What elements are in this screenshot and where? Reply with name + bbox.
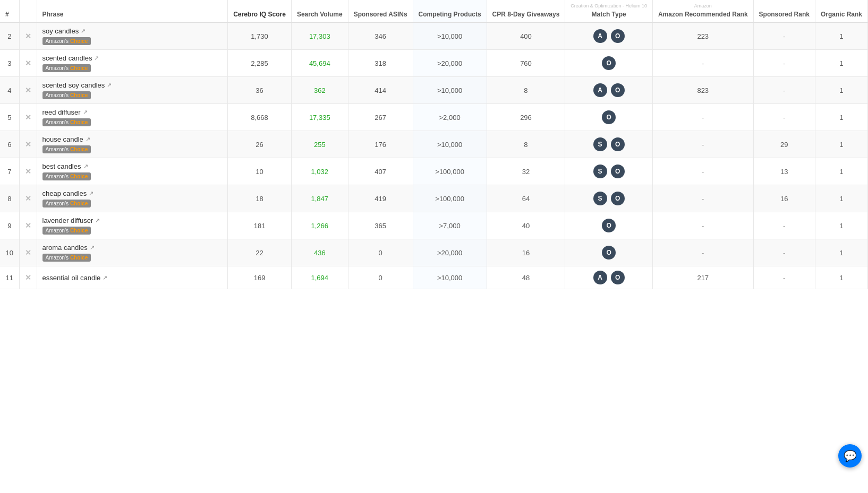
delete-row-button[interactable]: ✕ <box>19 50 37 77</box>
sponsored-asins-cell: 346 <box>348 22 413 50</box>
sponsored-asins-cell: 365 <box>348 212 413 239</box>
delete-row-button[interactable]: ✕ <box>19 239 37 266</box>
close-icon[interactable]: ✕ <box>25 248 31 257</box>
search-volume-value: 45,694 <box>309 59 330 67</box>
delete-row-button[interactable]: ✕ <box>19 22 37 50</box>
sponsored-asins-cell: 419 <box>348 185 413 212</box>
organic-rank-cell: 1 <box>815 185 867 212</box>
sponsored-rank-cell: - <box>753 22 815 50</box>
match-type-cell: O <box>565 50 653 77</box>
external-link-icon[interactable]: ↗ <box>107 82 112 89</box>
match-badges-container: O <box>571 246 647 260</box>
competing-products-cell: >20,000 <box>413 50 487 77</box>
cerebro-score-cell: 18 <box>228 185 292 212</box>
match-type-badge-o: O <box>611 29 625 43</box>
sponsored-asins-cell: 0 <box>348 266 413 289</box>
external-link-icon[interactable]: ↗ <box>83 109 88 116</box>
external-link-icon[interactable]: ↗ <box>103 274 107 281</box>
delete-row-button[interactable]: ✕ <box>19 266 37 289</box>
phrase-text: reed diffuser↗ <box>42 108 223 116</box>
close-icon[interactable]: ✕ <box>25 221 31 230</box>
search-volume-value: 17,303 <box>309 32 330 40</box>
delete-row-button[interactable]: ✕ <box>19 131 37 158</box>
cerebro-score-cell: 169 <box>228 266 292 289</box>
col-header-match-type: Creation & Optimization - Helium 10 Matc… <box>565 0 653 22</box>
external-link-icon[interactable]: ↗ <box>83 163 88 170</box>
phrase-text: house candle↗ <box>42 135 223 143</box>
table-row: 3✕scented candles↗Amazon's Choice2,28545… <box>0 50 868 77</box>
search-volume-value: 436 <box>314 249 326 257</box>
search-volume-value: 1,694 <box>311 274 329 282</box>
amazon-choice-badge: Amazon's Choice <box>42 145 223 153</box>
search-volume-cell: 1,032 <box>291 158 348 185</box>
amazon-choice-badge: Amazon's Choice <box>42 64 223 72</box>
table-row: 11✕essential oil candle↗1691,6940>10,000… <box>0 266 868 289</box>
match-type-cell: SO <box>565 131 653 158</box>
close-icon[interactable]: ✕ <box>25 59 31 67</box>
close-icon[interactable]: ✕ <box>25 194 31 203</box>
match-type-badge-o: O <box>602 246 616 260</box>
phrase-label: cheap candles <box>42 189 87 197</box>
external-link-icon[interactable]: ↗ <box>90 244 95 251</box>
external-link-icon[interactable]: ↗ <box>86 136 90 143</box>
col-header-organic-rank: Organic Rank <box>815 0 867 22</box>
external-link-icon[interactable]: ↗ <box>95 217 100 224</box>
sponsored-asins-cell: 176 <box>348 131 413 158</box>
dash-value: - <box>783 32 785 40</box>
sponsored-rank-cell: - <box>753 50 815 77</box>
delete-row-button[interactable]: ✕ <box>19 77 37 104</box>
sponsored-rank-cell: - <box>753 266 815 289</box>
sponsored-rank-cell: - <box>753 104 815 131</box>
match-type-badge-o: O <box>611 83 625 97</box>
amazon-rank-cell: - <box>652 185 753 212</box>
phrase-cell: reed diffuser↗Amazon's Choice <box>37 104 228 131</box>
close-icon[interactable]: ✕ <box>25 113 31 122</box>
close-icon[interactable]: ✕ <box>25 273 31 282</box>
close-icon[interactable]: ✕ <box>25 86 31 94</box>
match-badges-container: O <box>571 56 647 70</box>
close-icon[interactable]: ✕ <box>25 32 31 40</box>
phrase-cell: scented soy candles↗Amazon's Choice <box>37 77 228 104</box>
search-volume-cell: 1,847 <box>291 185 348 212</box>
dash-value: - <box>702 59 704 67</box>
match-type-cell: SO <box>565 185 653 212</box>
external-link-icon[interactable]: ↗ <box>94 55 99 62</box>
external-link-icon[interactable]: ↗ <box>81 28 86 34</box>
row-number: 11 <box>0 266 19 289</box>
phrase-label: soy candles <box>42 27 79 35</box>
match-badges-container: AO <box>571 271 647 284</box>
search-volume-cell: 17,303 <box>291 22 348 50</box>
phrase-text: lavender diffuser↗ <box>42 217 223 224</box>
cpr-cell: 64 <box>487 185 565 212</box>
phrase-cell: cheap candles↗Amazon's Choice <box>37 185 228 212</box>
sponsored-rank-cell: 13 <box>753 158 815 185</box>
search-volume-cell: 436 <box>291 239 348 266</box>
cpr-cell: 32 <box>487 158 565 185</box>
phrase-cell: best candles↗Amazon's Choice <box>37 158 228 185</box>
dash-value: - <box>783 274 785 282</box>
search-volume-cell: 362 <box>291 77 348 104</box>
competing-products-cell: >100,000 <box>413 185 487 212</box>
competing-products-cell: >20,000 <box>413 239 487 266</box>
delete-row-button[interactable]: ✕ <box>19 185 37 212</box>
competing-products-cell: >10,000 <box>413 266 487 289</box>
row-number: 7 <box>0 158 19 185</box>
delete-row-button[interactable]: ✕ <box>19 212 37 239</box>
delete-row-button[interactable]: ✕ <box>19 158 37 185</box>
dash-value: - <box>702 222 704 230</box>
match-type-badge-a: A <box>593 271 607 284</box>
search-volume-cell: 45,694 <box>291 50 348 77</box>
external-link-icon[interactable]: ↗ <box>89 190 93 197</box>
sponsored-rank-cell: - <box>753 239 815 266</box>
table-row: 4✕scented soy candles↗Amazon's Choice363… <box>0 77 868 104</box>
competing-products-cell: >100,000 <box>413 158 487 185</box>
dash-value: - <box>783 59 785 67</box>
phrase-label: best candles <box>42 162 81 170</box>
delete-row-button[interactable]: ✕ <box>19 104 37 131</box>
organic-rank-cell: 1 <box>815 77 867 104</box>
close-icon[interactable]: ✕ <box>25 140 31 149</box>
match-badges-container: SO <box>571 137 647 151</box>
close-icon[interactable]: ✕ <box>25 167 31 176</box>
match-type-badge-o: O <box>602 56 616 70</box>
sponsored-rank-cell: - <box>753 212 815 239</box>
